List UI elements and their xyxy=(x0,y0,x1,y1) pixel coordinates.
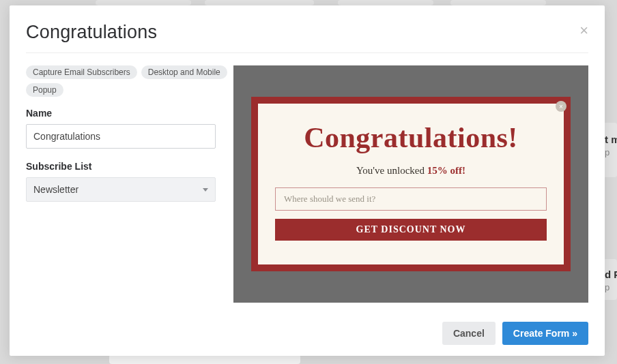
chevron-down-icon xyxy=(203,188,208,192)
preview-subtitle: You've unlocked 15% off! xyxy=(356,165,465,177)
preview-column: × Congratulations! You've unlocked 15% o… xyxy=(233,65,588,308)
bg-thumb xyxy=(338,0,433,5)
preview-subtitle-pre: You've unlocked xyxy=(356,165,427,176)
preview-popup: × Congratulations! You've unlocked 15% o… xyxy=(251,97,571,271)
bg-thumb xyxy=(96,0,191,5)
subscribe-list-label: Subscribe List xyxy=(26,161,233,172)
preview-backdrop: × Congratulations! You've unlocked 15% o… xyxy=(233,65,588,303)
bg-text: p xyxy=(605,282,609,292)
name-label: Name xyxy=(26,108,233,119)
tag-popup[interactable]: Popup xyxy=(26,83,63,97)
form-settings-column: Capture Email Subscribers Desktop and Mo… xyxy=(26,65,233,308)
preview-subtitle-highlight: 15% off! xyxy=(427,165,465,176)
tag-capture-email[interactable]: Capture Email Subscribers xyxy=(26,65,137,79)
cancel-button[interactable]: Cancel xyxy=(442,322,496,345)
create-form-modal: Congratulations × Capture Email Subscrib… xyxy=(10,5,605,356)
subscribe-list-select[interactable]: Newsletter xyxy=(26,177,216,202)
close-icon[interactable]: × xyxy=(579,23,588,38)
tag-desktop-mobile[interactable]: Desktop and Mobile xyxy=(141,65,227,79)
create-form-button[interactable]: Create Form » xyxy=(502,322,588,345)
bg-thumb xyxy=(205,0,314,5)
bg-text: p xyxy=(605,147,609,157)
bg-text: t m xyxy=(605,134,617,145)
modal-title: Congratulations xyxy=(26,22,157,43)
bg-thumb xyxy=(109,354,300,364)
preview-close-icon[interactable]: × xyxy=(556,101,566,112)
divider xyxy=(26,52,588,53)
preview-cta-button[interactable]: GET DISCOUNT NOW xyxy=(275,219,547,241)
subscribe-list-value: Newsletter xyxy=(33,184,78,195)
bg-text: d P xyxy=(605,269,617,280)
modal-body: Capture Email Subscribers Desktop and Mo… xyxy=(26,65,588,308)
modal-header: Congratulations × xyxy=(26,22,588,43)
tag-list: Capture Email Subscribers Desktop and Mo… xyxy=(26,65,233,97)
preview-title: Congratulations! xyxy=(304,121,518,154)
modal-footer: Cancel Create Form » xyxy=(26,308,588,345)
preview-email-input[interactable] xyxy=(275,187,547,211)
bg-thumb xyxy=(450,0,546,5)
name-input[interactable] xyxy=(26,124,216,149)
